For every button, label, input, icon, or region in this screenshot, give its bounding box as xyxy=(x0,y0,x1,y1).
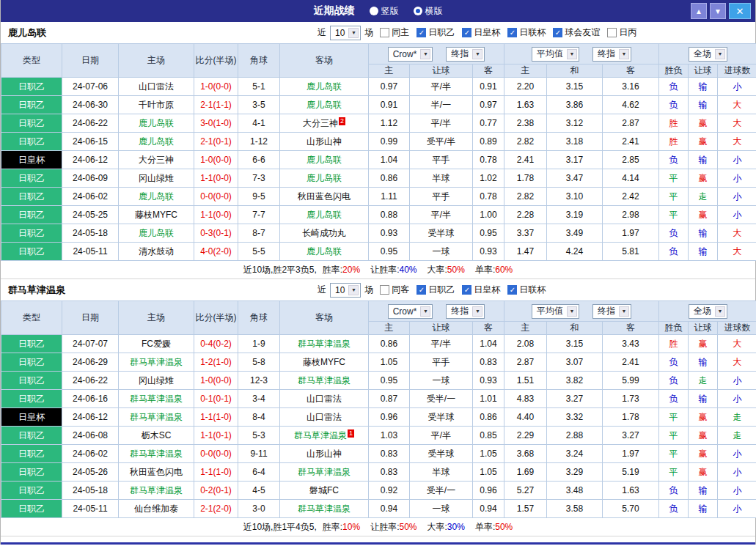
checkbox-unchecked-icon[interactable] xyxy=(380,285,389,295)
odds-away: 3.43 xyxy=(603,335,659,353)
corners: 1-9 xyxy=(238,335,280,353)
rounds-value: 10 xyxy=(335,285,345,295)
score: 1-1(0-0) xyxy=(194,206,238,224)
titlebar-center: 近期战绩 竖版 横版 xyxy=(1,4,755,18)
match-date: 24-06-08 xyxy=(62,427,119,445)
handicap-away-odds: 1.05 xyxy=(473,463,504,482)
corners: 9-5 xyxy=(238,188,280,206)
col-score: 比分(半场) xyxy=(194,301,238,335)
result-goals: 走 xyxy=(718,427,756,445)
handicap-away-odds: 1.02 xyxy=(473,169,504,188)
score: 0-0(0-0) xyxy=(194,188,238,206)
home-team: 冈山绿雉 xyxy=(119,169,194,188)
layout-radio-vertical[interactable]: 竖版 xyxy=(370,5,399,18)
result-goals: 大 xyxy=(718,114,756,133)
handicap-line: 受半球 xyxy=(410,445,473,463)
matches-body: 日职乙24-07-06山口雷法1-0(0-0)5-1鹿儿岛联0.97平/半0.9… xyxy=(1,78,756,261)
handicap-away-odds: 0.85 xyxy=(473,427,504,445)
odds-source-select[interactable]: 平均值 ▼ xyxy=(532,304,579,319)
filter-checkbox-item[interactable]: ✓日联杯 xyxy=(507,26,546,39)
checkbox-unchecked-icon[interactable] xyxy=(380,28,389,37)
matches-table: 类型 日期 主场 比分(半场) 角球 客场 Crow* ▼ 终指 xyxy=(1,43,756,261)
team-name: 冈山绿雉 xyxy=(139,173,174,183)
team-name: 群马草津温泉 xyxy=(130,449,183,459)
home-team: 群马草津温泉 xyxy=(119,408,194,427)
home-team: FC爱媛 xyxy=(119,335,194,353)
filter-checkbox-item[interactable]: ✓日联杯 xyxy=(507,284,546,296)
filter-checkbox-item[interactable]: ✓日职乙 xyxy=(416,26,455,39)
match-row: 日皇杯24-06-12大分三神1-0(0-0)6-6鹿儿岛联1.04平手0.78… xyxy=(1,151,756,169)
result-handicap: 输 xyxy=(689,224,718,243)
stat-label: 胜率: xyxy=(323,265,342,275)
home-team: 鹿儿岛联 xyxy=(119,188,194,206)
handicap-time-select[interactable]: 终指 ▼ xyxy=(446,47,485,62)
checkbox-checked-icon[interactable]: ✓ xyxy=(416,28,426,37)
chevron-down-icon: ▼ xyxy=(619,306,629,317)
score: 1-1(1-0) xyxy=(194,463,238,482)
home-team: 冈山绿雉 xyxy=(119,372,194,390)
match-row: 日职乙24-06-29群马草津温泉1-2(1-0)5-8藤枝MYFC1.05平手… xyxy=(1,353,756,372)
odds-source-select[interactable]: 平均值 ▼ xyxy=(532,47,579,62)
checkbox-checked-icon[interactable]: ✓ xyxy=(462,285,471,295)
handicap-home-odds: 0.97 xyxy=(369,78,410,96)
competition-type: 日职乙 xyxy=(1,206,62,224)
rank-badge: 2 xyxy=(339,117,345,125)
move-down-button[interactable]: ▼ xyxy=(710,3,726,19)
result-scope-select[interactable]: 全场 ▼ xyxy=(689,47,727,62)
result-scope-select[interactable]: 全场 ▼ xyxy=(689,304,727,319)
filter-checkbox-item[interactable]: ✓球会友谊 xyxy=(553,26,600,39)
handicap-away-odds: 0.97 xyxy=(473,96,504,114)
away-team: 山口雷法 xyxy=(280,408,369,427)
match-date: 24-05-25 xyxy=(62,206,119,224)
competition-type: 日职乙 xyxy=(1,335,62,353)
titlebar-buttons: ▲ ▼ ✕ xyxy=(691,3,751,19)
match-row: 日职乙24-06-22冈山绿雉1-0(0-0)12-3群马草津温泉0.95一球0… xyxy=(1,372,756,390)
odds-draw: 3.18 xyxy=(547,133,603,151)
filter-checkbox-item[interactable]: ✓日皇杯 xyxy=(462,26,500,39)
home-team: 群马草津温泉 xyxy=(119,445,194,463)
filter-checkbox-item[interactable]: ✓日皇杯 xyxy=(462,284,500,296)
filter-checkbox-item[interactable]: 同主 xyxy=(380,26,409,39)
competition-type: 日职乙 xyxy=(1,353,62,372)
checkbox-unchecked-icon[interactable] xyxy=(607,28,617,37)
team-name: 大分三神 xyxy=(139,155,174,165)
team-name: 鹿儿岛联 xyxy=(139,228,174,238)
odds-home: 2.41 xyxy=(504,151,547,169)
checkbox-label: 球会友谊 xyxy=(565,26,600,39)
handicap-line: 平手 xyxy=(410,151,473,169)
match-date: 24-06-16 xyxy=(62,390,119,408)
checkbox-label: 日丙 xyxy=(619,26,636,39)
rounds-select[interactable]: 10 ▼ xyxy=(330,283,361,298)
odds-time-select[interactable]: 终指 ▼ xyxy=(592,47,631,62)
odds-time-select[interactable]: 终指 ▼ xyxy=(592,304,631,319)
checkbox-checked-icon[interactable]: ✓ xyxy=(507,285,517,295)
checkbox-checked-icon[interactable]: ✓ xyxy=(462,28,471,37)
checkbox-checked-icon[interactable]: ✓ xyxy=(507,28,517,37)
team-name: 秋田蓝色闪电 xyxy=(130,467,183,477)
match-date: 24-05-11 xyxy=(62,243,119,261)
team-name: 群马草津温泉 xyxy=(294,430,347,440)
footer-stat-item: 单率:60% xyxy=(475,264,513,276)
layout-radio-horizontal[interactable]: 横版 xyxy=(414,5,443,18)
corners: 3-4 xyxy=(238,390,280,408)
filter-checkbox-item[interactable]: 同客 xyxy=(380,284,409,296)
filter-checkbox-item[interactable]: ✓日职乙 xyxy=(416,284,455,296)
move-up-button[interactable]: ▲ xyxy=(691,3,707,19)
sub-col-handicap-away: 客 xyxy=(473,322,504,335)
match-row: 日职乙24-06-02群马草津温泉0-0(0-0)9-11山形山神0.83受半球… xyxy=(1,445,756,463)
checkbox-checked-icon[interactable]: ✓ xyxy=(553,28,562,37)
handicap-time-select[interactable]: 终指 ▼ xyxy=(446,304,485,319)
col-home: 主场 xyxy=(119,44,194,78)
checkbox-checked-icon[interactable]: ✓ xyxy=(416,285,426,295)
handicap-company-select[interactable]: Crow* ▼ xyxy=(388,47,433,62)
team-name: 群马草津温泉 xyxy=(298,503,351,514)
result-handicap: 输 xyxy=(689,78,718,96)
filter-checkbox-item[interactable]: 日丙 xyxy=(607,26,636,39)
close-button[interactable]: ✕ xyxy=(729,3,751,19)
handicap-away-odds: 0.86 xyxy=(473,408,504,427)
rounds-select[interactable]: 10 ▼ xyxy=(330,26,361,40)
handicap-company-select[interactable]: Crow* ▼ xyxy=(388,304,433,319)
score: 1-1(0-0) xyxy=(194,169,238,188)
radio-label: 竖版 xyxy=(381,5,399,18)
home-team: 仙台维加泰 xyxy=(119,500,194,518)
